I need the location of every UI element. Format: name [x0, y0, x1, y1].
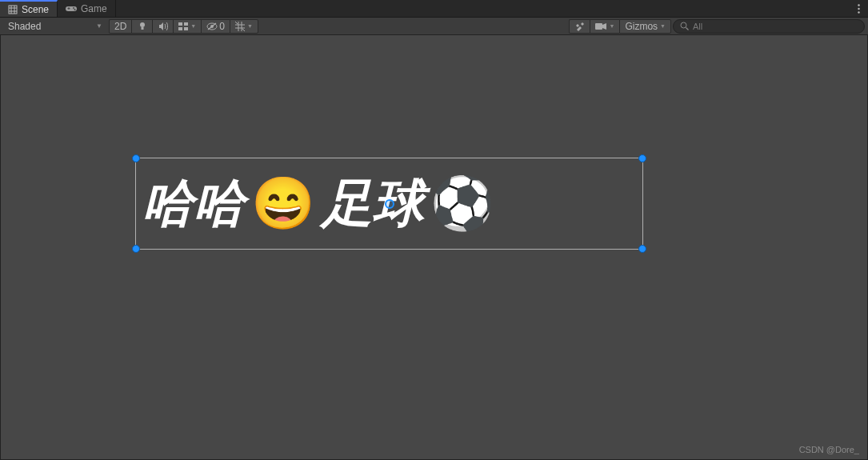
gizmos-label: Gizmos — [625, 21, 658, 32]
svg-point-7 — [74, 9, 76, 10]
svg-rect-17 — [178, 27, 182, 30]
svg-rect-15 — [178, 22, 182, 26]
audio-icon — [158, 22, 168, 30]
soccer-emoji: ⚽ — [430, 174, 494, 234]
resize-handle-top-right[interactable] — [638, 154, 646, 162]
tab-bar: Scene Game — [0, 0, 868, 18]
scene-toolbar: Shaded ▼ 2D ▼ 0 — [0, 18, 868, 35]
svg-point-12 — [858, 11, 859, 13]
resize-handle-bottom-right[interactable] — [638, 245, 646, 253]
effects-icon — [178, 22, 188, 30]
tools-button[interactable] — [569, 19, 590, 34]
gizmos-dropdown[interactable]: Gizmos ▼ — [619, 19, 671, 34]
search-field[interactable] — [673, 19, 865, 34]
lighting-toggle[interactable] — [131, 19, 152, 34]
svg-rect-0 — [9, 6, 17, 14]
svg-rect-14 — [141, 27, 143, 30]
tab-game-label: Game — [81, 3, 107, 14]
svg-point-13 — [140, 22, 145, 27]
chevron-down-icon: ▼ — [96, 22, 102, 30]
chevron-down-icon: ▼ — [247, 23, 253, 29]
pivot-handle[interactable] — [385, 199, 394, 209]
svg-point-23 — [681, 22, 686, 28]
svg-rect-18 — [184, 27, 188, 30]
visibility-off-icon — [206, 22, 218, 30]
text-part1: 哈哈 — [142, 169, 245, 238]
chevron-down-icon: ▼ — [190, 23, 196, 29]
text-part2: 足球 — [322, 169, 424, 238]
watermark-text: CSDN @Dore_ — [799, 445, 859, 454]
scene-icon — [8, 5, 18, 14]
tools-icon — [575, 22, 585, 31]
svg-rect-16 — [184, 22, 188, 26]
resize-handle-bottom-left[interactable] — [132, 245, 140, 253]
shading-mode-label: Shaded — [8, 21, 41, 32]
effects-dropdown[interactable]: ▼ — [173, 19, 201, 34]
camera-dropdown[interactable]: ▼ — [590, 19, 619, 34]
grid-dropdown[interactable]: ▼ — [230, 19, 258, 34]
tab-options-button[interactable] — [849, 0, 868, 17]
search-icon — [680, 22, 689, 30]
rect-transform-selection[interactable]: 哈哈 😄 足球 ⚽ — [135, 158, 643, 250]
svg-rect-22 — [595, 23, 602, 30]
hidden-objects-button[interactable]: 0 — [201, 19, 230, 34]
game-icon — [66, 5, 77, 13]
chevron-down-icon: ▼ — [660, 23, 666, 29]
svg-rect-5 — [66, 6, 77, 11]
chevron-down-icon: ▼ — [609, 23, 614, 29]
audio-toggle[interactable] — [152, 19, 173, 34]
tab-scene[interactable]: Scene — [0, 0, 58, 17]
svg-line-24 — [686, 28, 689, 30]
svg-point-6 — [73, 7, 74, 9]
scene-viewport[interactable]: 哈哈 😄 足球 ⚽ CSDN @Dore_ — [0, 35, 868, 460]
tab-scene-label: Scene — [22, 4, 49, 15]
camera-icon — [595, 22, 606, 30]
grid-icon — [235, 22, 245, 31]
search-input[interactable] — [693, 22, 858, 31]
svg-rect-9 — [69, 7, 70, 10]
hidden-count: 0 — [219, 21, 225, 32]
resize-handle-top-left[interactable] — [132, 154, 140, 162]
tab-game[interactable]: Game — [58, 0, 116, 17]
view-2d-toggle[interactable]: 2D — [109, 19, 131, 34]
svg-point-11 — [858, 7, 859, 9]
smile-emoji: 😄 — [251, 174, 315, 234]
lightbulb-icon — [138, 22, 146, 31]
svg-point-10 — [858, 4, 859, 6]
shading-mode-dropdown[interactable]: Shaded ▼ — [3, 19, 107, 34]
